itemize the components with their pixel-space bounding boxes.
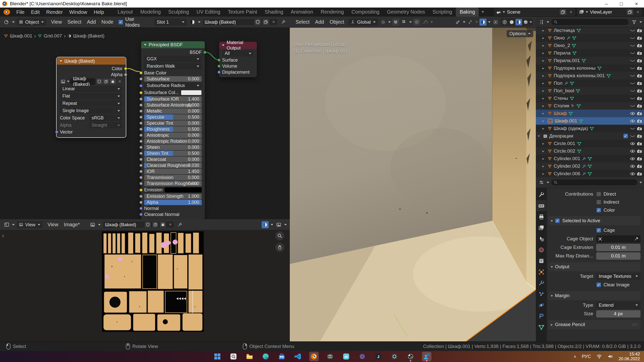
slider-field[interactable]: Transmission0.000 — [144, 175, 202, 180]
socket-dot[interactable] — [139, 122, 143, 125]
dropdown-field[interactable]: Subsurface Radius — [144, 82, 202, 89]
expand-toggle[interactable]: ▸ — [542, 73, 546, 78]
shader-menu-select[interactable]: Select — [65, 18, 84, 26]
taskbar-tor-icon[interactable] — [357, 352, 367, 361]
expand-toggle[interactable]: ▸ — [542, 58, 546, 63]
modifier-wrench-icon[interactable] — [564, 81, 568, 85]
checkbox-indirect[interactable]: Indirect — [596, 198, 640, 206]
max-ray-distan-value-field[interactable]: 0.01 m — [596, 252, 640, 260]
principled-bsdf-node[interactable]: Principled BSDF BSDFGGXRandom WalkBase C… — [141, 41, 205, 219]
clock[interactable]: 15:42 20.06.2022 — [619, 352, 640, 361]
filter-icon[interactable] — [631, 19, 638, 26]
tool-tab[interactable] — [536, 189, 546, 200]
xray-toggle-icon[interactable] — [492, 19, 499, 26]
render-visibility-camera-icon[interactable] — [637, 44, 642, 48]
random-walk-dropdown[interactable]: Random Walk — [144, 63, 202, 70]
outliner-item-cylinder-006[interactable]: ▸Cylinder.006 — [536, 170, 644, 177]
slider-field[interactable]: Anisotropic0.000 — [144, 132, 202, 138]
copy-material-icon[interactable] — [263, 19, 269, 25]
editor-type-icon[interactable] — [3, 19, 10, 26]
slider-field[interactable]: Specular0.500 — [144, 114, 202, 120]
eye-open-icon[interactable] — [630, 172, 635, 175]
expand-toggle[interactable]: ▸ — [542, 164, 546, 168]
checkbox[interactable] — [596, 200, 601, 205]
object-icon[interactable] — [548, 142, 552, 146]
expand-toggle[interactable]: ▸ — [542, 88, 546, 93]
taskbar-obs-icon[interactable] — [406, 352, 415, 361]
socket-dot[interactable] — [139, 134, 143, 137]
image-menu-view[interactable]: View — [45, 221, 61, 229]
expand-toggle[interactable]: ▸ — [542, 119, 546, 123]
socket-dot[interactable] — [139, 128, 143, 131]
roughness-slider[interactable]: Roughness0.500 — [144, 126, 202, 132]
slider-field[interactable]: Sheen0.000 — [144, 145, 202, 150]
add-workspace-button[interactable]: + — [479, 8, 487, 17]
falloff-caret[interactable] — [430, 21, 433, 23]
outliner-item-circle-002[interactable]: ▸Circle.002 — [536, 147, 644, 155]
menu-window[interactable]: Window — [66, 8, 90, 16]
source-dropdown[interactable]: Single Image — [60, 107, 123, 114]
taskbar-chat-app-icon[interactable] — [422, 352, 431, 361]
pin-icon[interactable] — [280, 19, 287, 26]
tab-shading[interactable]: Shading — [261, 8, 287, 17]
outliner-item-пол[interactable]: ▸Пол — [536, 79, 644, 87]
shading-wireframe-button[interactable] — [501, 19, 508, 25]
clearcoat-roughness-slider[interactable]: Clearcoat Roughness0.030 — [144, 162, 202, 168]
image-browse-caret[interactable] — [98, 224, 101, 225]
unlink-material-button[interactable]: × — [271, 19, 276, 25]
editor-type-caret[interactable] — [12, 21, 15, 23]
shading-preview-caret[interactable] — [488, 21, 491, 23]
expand-toggle[interactable]: ▸ — [542, 43, 546, 48]
close-button[interactable]: × — [629, 0, 644, 8]
tab-compositing[interactable]: Compositing — [348, 8, 383, 17]
slider-field[interactable]: Subsurface IOR1.400 — [144, 96, 202, 102]
socket-dot[interactable] — [139, 182, 143, 185]
render-visibility-camera-icon[interactable] — [637, 104, 642, 108]
section-checkbox[interactable] — [555, 218, 560, 223]
viewlayer-copy-button[interactable] — [627, 9, 633, 15]
material-icon[interactable] — [189, 19, 196, 26]
render-visibility-camera-icon[interactable] — [637, 164, 642, 168]
outliner-item-шкаф-001[interactable]: ▸Шкаф.001 — [536, 117, 644, 125]
object-icon[interactable] — [548, 157, 552, 161]
socket-dot[interactable] — [139, 207, 143, 210]
taskbar-gear-app-icon[interactable] — [390, 352, 399, 361]
image-browse-icon[interactable] — [60, 78, 66, 84]
projection-dropdown[interactable]: Flat — [60, 93, 123, 100]
image-copy-icon[interactable] — [152, 222, 158, 228]
image-name-field[interactable]: Шкаф (Baked) — [70, 78, 95, 85]
render-visibility-camera-icon[interactable] — [637, 97, 642, 100]
color-space-row[interactable]: Color Space sRGB — [60, 114, 123, 122]
scene-copy-button[interactable] — [560, 9, 566, 15]
type-dropdown[interactable]: Extend — [596, 302, 640, 309]
socket-dot[interactable] — [139, 152, 143, 155]
image-mode-dropdown[interactable]: View — [17, 221, 43, 228]
object-icon[interactable] — [548, 51, 552, 55]
render-visibility-camera-icon[interactable] — [637, 29, 642, 32]
eye-closed-icon[interactable] — [630, 82, 635, 85]
expand-toggle[interactable]: ▸ — [542, 28, 546, 33]
taskbar-search-icon[interactable] — [229, 352, 238, 361]
output-node-header[interactable]: Material Output — [219, 42, 257, 49]
shader-menu-view[interactable]: View — [48, 18, 65, 26]
image-datablock[interactable]: Шкаф (Baked) × — [103, 221, 174, 228]
alpha-slider[interactable]: Alpha1.000 — [144, 199, 202, 205]
proportional-editing-icon[interactable] — [413, 19, 420, 26]
pivot-caret[interactable] — [388, 21, 391, 23]
geometry-nodes-icon[interactable] — [571, 104, 575, 108]
zoom-button[interactable] — [275, 231, 284, 240]
eye-open-icon[interactable] — [630, 157, 635, 160]
shading-solid-button[interactable] — [508, 19, 515, 25]
tab-modeling[interactable]: Modeling — [137, 8, 165, 17]
gizmos-icon[interactable] — [454, 19, 461, 26]
ior-slider[interactable]: IOR1.450 — [144, 168, 202, 174]
color-swatch[interactable] — [181, 90, 202, 95]
volume-icon[interactable] — [608, 354, 613, 359]
menu-render[interactable]: Render — [43, 8, 66, 16]
object-icon[interactable] — [548, 66, 552, 70]
modifier-wrench-icon[interactable] — [582, 157, 586, 161]
render-visibility-camera-icon[interactable] — [637, 66, 642, 70]
slider-field[interactable]: Transmission Roughness0.000 — [144, 181, 202, 186]
outliner-item-перила-001[interactable]: ▸Перила.001 — [536, 57, 644, 64]
emission-strength-slider[interactable]: Emission Strength1.000 — [144, 193, 202, 199]
